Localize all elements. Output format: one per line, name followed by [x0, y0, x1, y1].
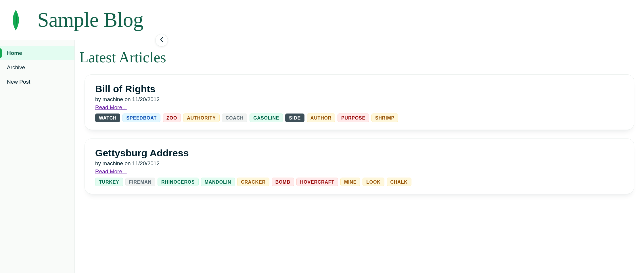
tag-badge[interactable]: MANDOLIN: [201, 178, 235, 186]
tag-list: WATCHSPEEDBOATZOOAUTHORITYCOACHGASOLINES…: [95, 114, 624, 122]
article-card: Gettysburg Addressby machine on 11/20/20…: [85, 139, 634, 194]
tag-badge[interactable]: RHINOCEROS: [158, 178, 198, 186]
sidebar-item-archive[interactable]: Archive: [0, 60, 74, 75]
sidebar-item-new-post[interactable]: New Post: [0, 75, 74, 89]
article-byline: by machine on 11/20/2012: [95, 96, 624, 103]
tag-badge[interactable]: SPEEDBOAT: [122, 114, 160, 122]
tag-badge[interactable]: ZOO: [163, 114, 181, 122]
chevron-left-icon: [160, 37, 164, 44]
tag-badge[interactable]: TURKEY: [95, 178, 123, 186]
article-title: Gettysburg Address: [95, 147, 624, 159]
sidebar-nav: HomeArchiveNew Post: [0, 40, 75, 273]
tag-badge[interactable]: CHALK: [387, 178, 411, 186]
tag-badge[interactable]: WATCH: [95, 114, 120, 122]
tag-badge[interactable]: AUTHOR: [307, 114, 335, 122]
tag-badge[interactable]: HOVERCRAFT: [296, 178, 338, 186]
article-card: Bill of Rightsby machine on 11/20/2012Re…: [85, 74, 634, 130]
tag-badge[interactable]: LOOK: [363, 178, 384, 186]
article-list: Bill of Rightsby machine on 11/20/2012Re…: [79, 74, 639, 194]
tag-badge[interactable]: MINE: [340, 178, 360, 186]
page-title: Latest Articles: [79, 49, 639, 66]
leaf-logo-icon: [9, 6, 23, 34]
tag-badge[interactable]: SIDE: [285, 114, 304, 122]
tag-badge[interactable]: CRACKER: [237, 178, 269, 186]
site-title: Sample Blog: [37, 8, 143, 32]
read-more-link[interactable]: Read More...: [95, 168, 127, 175]
tag-badge[interactable]: GASOLINE: [250, 114, 283, 122]
tag-badge[interactable]: AUTHORITY: [183, 114, 220, 122]
tag-badge[interactable]: SHRIMP: [371, 114, 398, 122]
tag-badge[interactable]: FIREMAN: [125, 178, 155, 186]
collapse-sidebar-button[interactable]: [155, 34, 168, 47]
main-content: Latest Articles Bill of Rightsby machine…: [75, 40, 644, 273]
tag-badge[interactable]: BOMB: [272, 178, 294, 186]
top-bar: Sample Blog: [0, 0, 644, 40]
article-byline: by machine on 11/20/2012: [95, 160, 624, 167]
tag-list: TURKEYFIREMANRHINOCEROSMANDOLINCRACKERBO…: [95, 178, 624, 186]
tag-badge[interactable]: COACH: [222, 114, 248, 122]
article-title: Bill of Rights: [95, 83, 624, 95]
sidebar-item-home[interactable]: Home: [0, 46, 74, 60]
read-more-link[interactable]: Read More...: [95, 104, 127, 111]
tag-badge[interactable]: PURPOSE: [338, 114, 369, 122]
